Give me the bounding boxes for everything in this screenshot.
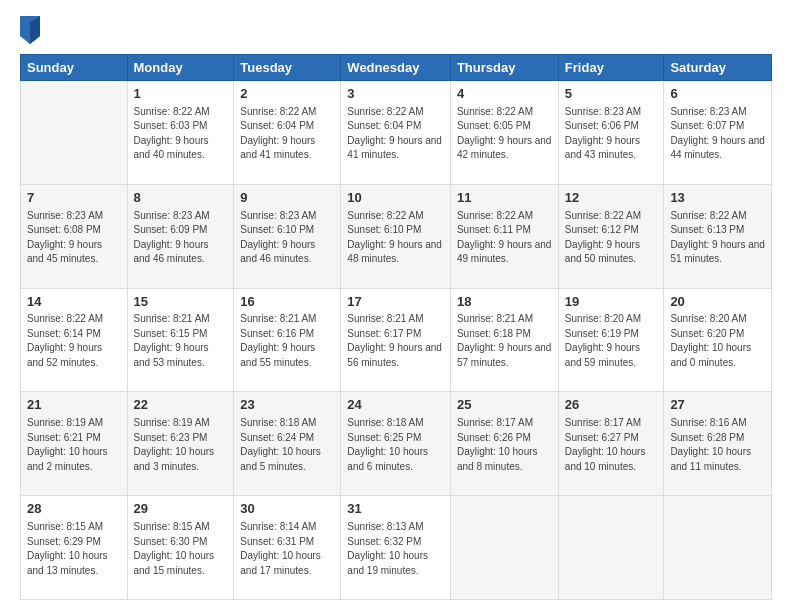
day-info: Sunrise: 8:22 AMSunset: 6:13 PMDaylight:… [670, 209, 765, 267]
calendar-cell [21, 81, 128, 185]
logo [20, 16, 44, 44]
day-number: 14 [27, 293, 121, 312]
day-info: Sunrise: 8:20 AMSunset: 6:20 PMDaylight:… [670, 312, 765, 370]
weekday-header-wednesday: Wednesday [341, 55, 451, 81]
day-number: 8 [134, 189, 228, 208]
weekday-header-sunday: Sunday [21, 55, 128, 81]
day-info: Sunrise: 8:21 AMSunset: 6:17 PMDaylight:… [347, 312, 444, 370]
calendar-header-row: SundayMondayTuesdayWednesdayThursdayFrid… [21, 55, 772, 81]
day-number: 30 [240, 500, 334, 519]
day-number: 7 [27, 189, 121, 208]
weekday-header-friday: Friday [558, 55, 664, 81]
calendar-cell: 24Sunrise: 8:18 AMSunset: 6:25 PMDayligh… [341, 392, 451, 496]
day-info: Sunrise: 8:19 AMSunset: 6:23 PMDaylight:… [134, 416, 228, 474]
calendar-cell: 7Sunrise: 8:23 AMSunset: 6:08 PMDaylight… [21, 184, 128, 288]
calendar-cell: 5Sunrise: 8:23 AMSunset: 6:06 PMDaylight… [558, 81, 664, 185]
calendar-cell: 13Sunrise: 8:22 AMSunset: 6:13 PMDayligh… [664, 184, 772, 288]
day-number: 17 [347, 293, 444, 312]
calendar-week-row: 14Sunrise: 8:22 AMSunset: 6:14 PMDayligh… [21, 288, 772, 392]
calendar-cell: 23Sunrise: 8:18 AMSunset: 6:24 PMDayligh… [234, 392, 341, 496]
calendar-cell: 17Sunrise: 8:21 AMSunset: 6:17 PMDayligh… [341, 288, 451, 392]
day-number: 1 [134, 85, 228, 104]
day-info: Sunrise: 8:14 AMSunset: 6:31 PMDaylight:… [240, 520, 334, 578]
calendar-cell: 31Sunrise: 8:13 AMSunset: 6:32 PMDayligh… [341, 496, 451, 600]
calendar-cell: 26Sunrise: 8:17 AMSunset: 6:27 PMDayligh… [558, 392, 664, 496]
calendar-cell: 19Sunrise: 8:20 AMSunset: 6:19 PMDayligh… [558, 288, 664, 392]
logo-icon [20, 16, 40, 44]
calendar-cell: 9Sunrise: 8:23 AMSunset: 6:10 PMDaylight… [234, 184, 341, 288]
day-number: 5 [565, 85, 658, 104]
calendar-cell: 20Sunrise: 8:20 AMSunset: 6:20 PMDayligh… [664, 288, 772, 392]
day-info: Sunrise: 8:21 AMSunset: 6:15 PMDaylight:… [134, 312, 228, 370]
day-info: Sunrise: 8:22 AMSunset: 6:03 PMDaylight:… [134, 105, 228, 163]
calendar-cell: 6Sunrise: 8:23 AMSunset: 6:07 PMDaylight… [664, 81, 772, 185]
day-number: 25 [457, 396, 552, 415]
day-info: Sunrise: 8:13 AMSunset: 6:32 PMDaylight:… [347, 520, 444, 578]
day-number: 23 [240, 396, 334, 415]
day-info: Sunrise: 8:22 AMSunset: 6:10 PMDaylight:… [347, 209, 444, 267]
calendar-cell: 21Sunrise: 8:19 AMSunset: 6:21 PMDayligh… [21, 392, 128, 496]
calendar-table: SundayMondayTuesdayWednesdayThursdayFrid… [20, 54, 772, 600]
calendar-week-row: 7Sunrise: 8:23 AMSunset: 6:08 PMDaylight… [21, 184, 772, 288]
day-number: 29 [134, 500, 228, 519]
day-info: Sunrise: 8:17 AMSunset: 6:26 PMDaylight:… [457, 416, 552, 474]
day-number: 26 [565, 396, 658, 415]
day-info: Sunrise: 8:20 AMSunset: 6:19 PMDaylight:… [565, 312, 658, 370]
calendar-cell: 2Sunrise: 8:22 AMSunset: 6:04 PMDaylight… [234, 81, 341, 185]
day-number: 6 [670, 85, 765, 104]
day-info: Sunrise: 8:15 AMSunset: 6:30 PMDaylight:… [134, 520, 228, 578]
day-info: Sunrise: 8:22 AMSunset: 6:04 PMDaylight:… [347, 105, 444, 163]
calendar-cell: 4Sunrise: 8:22 AMSunset: 6:05 PMDaylight… [450, 81, 558, 185]
day-number: 31 [347, 500, 444, 519]
day-info: Sunrise: 8:19 AMSunset: 6:21 PMDaylight:… [27, 416, 121, 474]
day-info: Sunrise: 8:22 AMSunset: 6:12 PMDaylight:… [565, 209, 658, 267]
day-info: Sunrise: 8:22 AMSunset: 6:11 PMDaylight:… [457, 209, 552, 267]
day-number: 16 [240, 293, 334, 312]
day-number: 13 [670, 189, 765, 208]
day-info: Sunrise: 8:18 AMSunset: 6:25 PMDaylight:… [347, 416, 444, 474]
calendar-cell: 27Sunrise: 8:16 AMSunset: 6:28 PMDayligh… [664, 392, 772, 496]
calendar-week-row: 28Sunrise: 8:15 AMSunset: 6:29 PMDayligh… [21, 496, 772, 600]
day-info: Sunrise: 8:22 AMSunset: 6:04 PMDaylight:… [240, 105, 334, 163]
day-info: Sunrise: 8:22 AMSunset: 6:14 PMDaylight:… [27, 312, 121, 370]
day-info: Sunrise: 8:23 AMSunset: 6:08 PMDaylight:… [27, 209, 121, 267]
weekday-header-saturday: Saturday [664, 55, 772, 81]
calendar-cell [664, 496, 772, 600]
calendar-cell: 8Sunrise: 8:23 AMSunset: 6:09 PMDaylight… [127, 184, 234, 288]
day-number: 19 [565, 293, 658, 312]
calendar-cell [558, 496, 664, 600]
calendar-cell: 30Sunrise: 8:14 AMSunset: 6:31 PMDayligh… [234, 496, 341, 600]
header [20, 16, 772, 44]
calendar-cell: 15Sunrise: 8:21 AMSunset: 6:15 PMDayligh… [127, 288, 234, 392]
day-info: Sunrise: 8:21 AMSunset: 6:16 PMDaylight:… [240, 312, 334, 370]
day-number: 24 [347, 396, 444, 415]
day-info: Sunrise: 8:17 AMSunset: 6:27 PMDaylight:… [565, 416, 658, 474]
day-number: 9 [240, 189, 334, 208]
calendar-cell [450, 496, 558, 600]
weekday-header-tuesday: Tuesday [234, 55, 341, 81]
day-number: 10 [347, 189, 444, 208]
calendar-cell: 1Sunrise: 8:22 AMSunset: 6:03 PMDaylight… [127, 81, 234, 185]
day-info: Sunrise: 8:22 AMSunset: 6:05 PMDaylight:… [457, 105, 552, 163]
day-number: 2 [240, 85, 334, 104]
day-number: 22 [134, 396, 228, 415]
calendar-cell: 11Sunrise: 8:22 AMSunset: 6:11 PMDayligh… [450, 184, 558, 288]
calendar-cell: 18Sunrise: 8:21 AMSunset: 6:18 PMDayligh… [450, 288, 558, 392]
day-info: Sunrise: 8:16 AMSunset: 6:28 PMDaylight:… [670, 416, 765, 474]
day-number: 4 [457, 85, 552, 104]
calendar-cell: 12Sunrise: 8:22 AMSunset: 6:12 PMDayligh… [558, 184, 664, 288]
calendar-cell: 29Sunrise: 8:15 AMSunset: 6:30 PMDayligh… [127, 496, 234, 600]
calendar-cell: 22Sunrise: 8:19 AMSunset: 6:23 PMDayligh… [127, 392, 234, 496]
day-info: Sunrise: 8:18 AMSunset: 6:24 PMDaylight:… [240, 416, 334, 474]
day-number: 18 [457, 293, 552, 312]
day-number: 27 [670, 396, 765, 415]
day-number: 20 [670, 293, 765, 312]
calendar-cell: 28Sunrise: 8:15 AMSunset: 6:29 PMDayligh… [21, 496, 128, 600]
day-info: Sunrise: 8:15 AMSunset: 6:29 PMDaylight:… [27, 520, 121, 578]
weekday-header-thursday: Thursday [450, 55, 558, 81]
day-info: Sunrise: 8:21 AMSunset: 6:18 PMDaylight:… [457, 312, 552, 370]
day-number: 15 [134, 293, 228, 312]
day-info: Sunrise: 8:23 AMSunset: 6:07 PMDaylight:… [670, 105, 765, 163]
day-number: 28 [27, 500, 121, 519]
page: SundayMondayTuesdayWednesdayThursdayFrid… [0, 0, 792, 612]
